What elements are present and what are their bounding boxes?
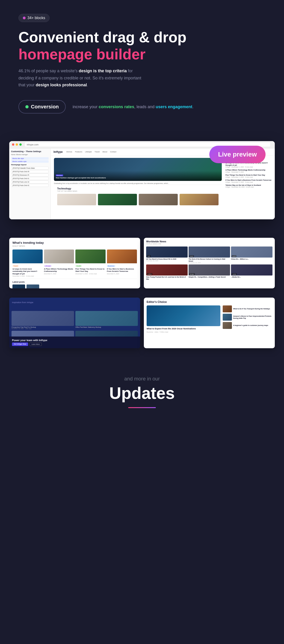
tech-card-1 bbox=[57, 194, 96, 205]
insp-img-1 bbox=[12, 311, 74, 326]
sidebar-subtitle-item[interactable]: Blocks subtitle style bbox=[11, 160, 49, 163]
browser-featured-area: Business How fashion startups get accept… bbox=[54, 158, 222, 208]
browser-dot-maximize[interactable] bbox=[19, 144, 22, 146]
nav-about[interactable]: About bbox=[102, 151, 107, 153]
browser-logo: InHype bbox=[54, 150, 63, 154]
nav-contact[interactable]: Contact bbox=[110, 151, 116, 153]
news-img-3: world bbox=[231, 246, 272, 258]
live-preview-button[interactable]: Live preview bbox=[209, 146, 265, 163]
featured-title: How fashion startups get accepted into t… bbox=[56, 177, 220, 179]
conv-desc-teal: users engagement bbox=[156, 104, 192, 109]
trending-thumb-2: Lifestyle A Place Where Technology Meets… bbox=[44, 250, 74, 277]
browser-sidebar: Customizing – Theme Settings Home: Block… bbox=[9, 148, 51, 219]
bottom-previews: inspiration from InHype Perspective Pad … bbox=[0, 298, 284, 358]
trending-tag-4: Business bbox=[107, 265, 115, 267]
editors-main: What to Expect From the 2020 Oscar Nomin… bbox=[147, 306, 220, 333]
news-label-1: tech bbox=[147, 255, 151, 257]
sidebar-block-6[interactable]: [POSTS] Posts Grid #2 bbox=[11, 184, 49, 187]
news-item-6: media ...Media Str... bbox=[231, 264, 272, 280]
latest-items bbox=[13, 284, 137, 288]
latest-posts-title: Latest posts bbox=[13, 281, 137, 283]
trending-item-3-meta: December 5, 2020 · 3 mins read bbox=[75, 273, 106, 274]
trending-img-3 bbox=[75, 250, 106, 263]
trending-title: What's trending today bbox=[13, 241, 137, 244]
esi-img-1 bbox=[223, 306, 232, 312]
browser-url-text: inhype.com bbox=[27, 144, 39, 146]
hero-title-accent: homepage builder bbox=[19, 46, 265, 63]
recent-item-4: If You Were to Start a Business From Scr… bbox=[225, 179, 271, 183]
recent-item-5-meta: InHype · November 28, 2020 · 8 mins read bbox=[225, 186, 271, 188]
nav-demos[interactable]: Demos bbox=[66, 151, 72, 153]
conv-desc-green: conversions rates bbox=[99, 104, 134, 109]
worldwide-news-grid: tech All You Need to Know About 5G in 20… bbox=[146, 246, 272, 280]
news-img-6: media bbox=[231, 264, 272, 276]
news-img-4: politics bbox=[146, 264, 188, 276]
tech-card-3 bbox=[139, 194, 178, 205]
inspiration-footer-buttons: Get InHype Now Learn More bbox=[12, 342, 137, 346]
news-title-4: How Trump Pushed the U.S. and Iran to th… bbox=[146, 276, 188, 280]
inspiration-footer-title: Power your team with InHype bbox=[12, 339, 137, 342]
tech-subtitle: TOP OF THE WEEK NEWS bbox=[57, 190, 219, 192]
nav-features[interactable]: Features bbox=[75, 151, 82, 153]
nav-lifestyle[interactable]: Lifestyle bbox=[85, 151, 92, 153]
news-title-1: All You Need to Know About 5G in 2020 bbox=[146, 258, 188, 260]
live-preview-label: Live preview bbox=[218, 151, 257, 158]
badge-text: 34+ blocks bbox=[28, 16, 45, 20]
esi-text-3: A beginner's guide to customer journey m… bbox=[233, 324, 268, 326]
trending-item-2-title: A Place Where Technology Meets Craftsman… bbox=[44, 268, 74, 273]
featured-overlay: Business How fashion startups get accept… bbox=[54, 171, 222, 181]
sidebar-style-item[interactable]: Blocks title style bbox=[11, 157, 49, 160]
news-item-1: tech All You Need to Know About 5G in 20… bbox=[146, 246, 188, 264]
news-label-2: trend bbox=[189, 255, 194, 257]
nav-travel[interactable]: Travel bbox=[94, 151, 100, 153]
worldwide-card-content: Worldwide News WORLD-WIDE.COM tech All Y… bbox=[144, 238, 275, 282]
trending-item-2-meta: December 5, 2020 bbox=[44, 273, 74, 274]
latest-item-2-img bbox=[27, 284, 39, 288]
editors-side-item-3: A beginner's guide to customer journey m… bbox=[223, 322, 272, 329]
conv-desc-mid: , leads and bbox=[134, 104, 156, 109]
badge-dot-icon bbox=[23, 16, 26, 19]
sidebar-block-5[interactable]: [POSTS] Posts Line #2 bbox=[11, 180, 49, 184]
browser-nav-items: Demos Features Lifestyle Travel About Co… bbox=[66, 151, 116, 153]
insp-title-1: Perspective Pad iPad Pro Mockup bbox=[12, 326, 74, 328]
news-label-4: politics bbox=[147, 273, 152, 275]
esi-img-3 bbox=[223, 322, 232, 329]
preview-grid: What's trending today DAILY NEWS Travel … bbox=[9, 238, 275, 288]
browser-content-inner: Business How fashion startups get accept… bbox=[51, 156, 275, 210]
recent-item-2-meta: InHype · December 5, 2020 bbox=[225, 171, 271, 173]
conversion-button[interactable]: Conversion bbox=[19, 100, 66, 114]
sidebar-block-4[interactable]: [POSTS] Posts Grid #1 bbox=[11, 177, 49, 180]
sidebar-section-title: Customizing – Theme Settings bbox=[11, 150, 49, 152]
insp-item-1: Perspective Pad iPad Pro Mockup November… bbox=[12, 311, 74, 329]
trending-thumb-1: Travel 12 ways to trend more sustainably… bbox=[13, 250, 43, 277]
editors-side-items: What to Do If You Transport During the H… bbox=[223, 306, 272, 333]
trending-img-1 bbox=[13, 250, 43, 263]
editors-layout: What to Expect From the 2020 Oscar Nomin… bbox=[147, 306, 272, 333]
browser-recent-sidebar: Recent 12 ways to travel more sustainabl… bbox=[225, 158, 271, 208]
recent-item-1-meta: InHype · December 2, 2020 · 5 mins read bbox=[225, 166, 271, 168]
tech-card-2 bbox=[98, 194, 137, 205]
trending-img-2 bbox=[44, 250, 74, 263]
updates-title: Updates bbox=[9, 384, 275, 402]
updates-subtitle: and more in our bbox=[9, 376, 275, 382]
editors-main-title: What to Expect From the 2020 Oscar Nomin… bbox=[147, 328, 220, 330]
recent-item-3: Five Things You Need to Know to Start Yo… bbox=[225, 174, 271, 178]
worldwide-title: Worldwide News bbox=[146, 240, 272, 243]
recent-item-4-meta: InHype · December 5, 2020 · 3 mins read bbox=[225, 181, 271, 183]
sidebar-layout-label: Homepage layout bbox=[11, 164, 49, 166]
insp-meta-1: November 19, 2020 · 1 Min read bbox=[12, 328, 74, 329]
featured-image: Business How fashion startups get accept… bbox=[54, 158, 222, 181]
browser-dot-close[interactable] bbox=[12, 144, 14, 146]
editors-main-meta: Business · video · 5 Mins read bbox=[147, 331, 220, 333]
sidebar-block-1[interactable]: [POSTS] Fullwidth Posts Slider bbox=[11, 167, 49, 170]
news-label-6: media bbox=[232, 273, 237, 275]
editors-side-item-1: What to Do If You Transport During the H… bbox=[223, 306, 272, 312]
learn-more-button[interactable]: Learn More bbox=[30, 342, 42, 346]
sidebar-block-3[interactable]: [POSTS] Showcase #5 bbox=[11, 174, 49, 176]
tech-title: Technology bbox=[57, 187, 219, 190]
get-inhype-button[interactable]: Get InHype Now bbox=[12, 342, 28, 346]
news-label-3: world bbox=[232, 255, 236, 257]
featured-tag: Business bbox=[56, 174, 63, 176]
sidebar-block-2[interactable]: [POSTS] Posts Grid #5 bbox=[11, 170, 49, 173]
browser-dot-minimize[interactable] bbox=[16, 144, 18, 146]
